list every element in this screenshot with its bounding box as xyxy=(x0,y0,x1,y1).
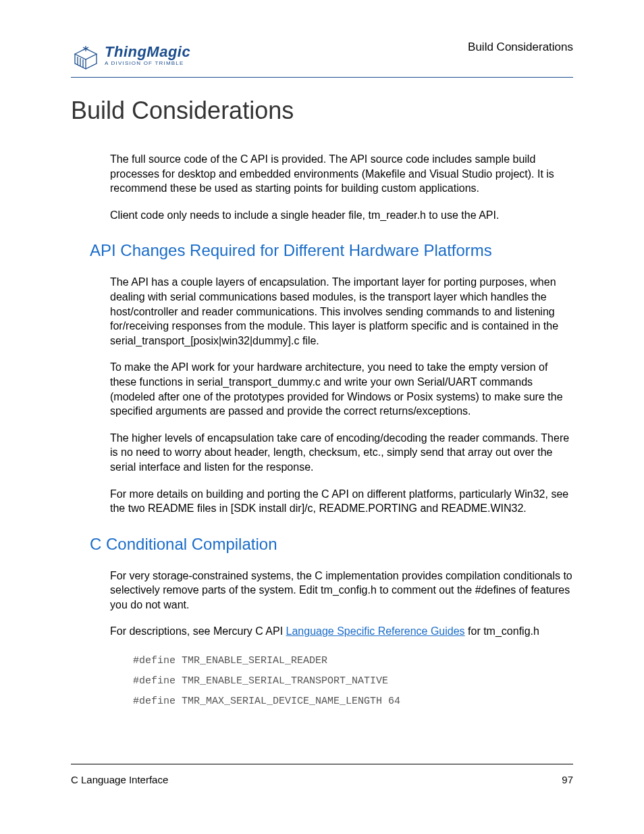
logo: ThingMagic A DIVISION OF TRIMBLE xyxy=(71,45,190,73)
running-header: Build Considerations xyxy=(468,41,573,54)
intro-p1: The full source code of the C API is pro… xyxy=(110,152,573,196)
footer-left: C Language Interface xyxy=(71,774,168,785)
code-line-2: #define TMR_ENABLE_SERIAL_TRANSPORT_NATI… xyxy=(133,671,573,692)
page-title: Build Considerations xyxy=(71,97,573,125)
code-line-1: #define TMR_ENABLE_SERIAL_READER xyxy=(133,651,573,671)
logo-sub-text: A DIVISION OF TRIMBLE xyxy=(105,61,190,66)
intro-p2: Client code only needs to include a sing… xyxy=(110,208,573,223)
reference-guides-link[interactable]: Language Specific Reference Guides xyxy=(286,625,465,637)
section2-p2-pre: For descriptions, see Mercury C API xyxy=(110,625,286,637)
section2-heading: C Conditional Compilation xyxy=(90,535,573,554)
section2-p1: For very storage-constrained systems, th… xyxy=(110,569,573,613)
page-footer: C Language Interface 97 xyxy=(71,764,573,785)
section1-p4: For more details on building and porting… xyxy=(110,487,573,516)
section1-heading: API Changes Required for Different Hardw… xyxy=(90,241,573,260)
logo-main-text: ThingMagic xyxy=(105,45,190,59)
section1-p3: The higher levels of encapsulation take … xyxy=(110,431,573,475)
section1-p1: The API has a couple layers of encapsula… xyxy=(110,275,573,348)
section1-p2: To make the API work for your hardware a… xyxy=(110,360,573,418)
page-header: ThingMagic A DIVISION OF TRIMBLE Build C… xyxy=(71,41,573,78)
footer-page-number: 97 xyxy=(562,774,573,785)
code-block: #define TMR_ENABLE_SERIAL_READER #define… xyxy=(133,651,573,712)
section2-p2-post: for tm_config.h xyxy=(465,625,539,637)
logo-icon xyxy=(71,45,101,73)
section2-p2: For descriptions, see Mercury C API Lang… xyxy=(110,624,573,639)
code-line-3: #define TMR_MAX_SERIAL_DEVICE_NAME_LENGT… xyxy=(133,692,573,712)
